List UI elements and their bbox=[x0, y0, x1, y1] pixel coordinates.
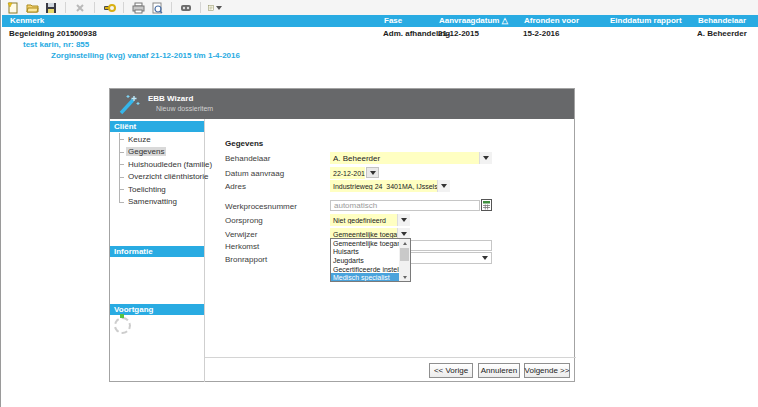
form-heading: Gegevens bbox=[225, 139, 263, 148]
toolbar-separator bbox=[65, 2, 66, 13]
toolbar-separator bbox=[123, 2, 124, 13]
chevron-down-icon bbox=[216, 6, 222, 10]
previous-button[interactable]: << Vorige bbox=[429, 363, 473, 378]
sidebar-item-huishoudleden[interactable]: Huishoudleden (familie) bbox=[110, 158, 204, 171]
chevron-down-icon[interactable] bbox=[397, 214, 410, 226]
wizard-subtitle: Nieuw dossieritem bbox=[156, 105, 213, 112]
label-herkomst: Herkomst bbox=[225, 242, 259, 251]
label-behandelaar: Behandelaar bbox=[225, 154, 270, 163]
scrollbar-thumb[interactable] bbox=[400, 248, 409, 261]
sidebar-item-overzicht-clienthistorie[interactable]: Overzicht cliënthistorie bbox=[110, 171, 204, 184]
toolbar-separator bbox=[94, 2, 95, 13]
scroll-up-icon[interactable] bbox=[399, 239, 410, 247]
dropdown-options: Gemeentelijke toegang Huisarts Jeugdarts… bbox=[331, 239, 399, 281]
sidebar-section-client: Cliënt bbox=[110, 121, 204, 132]
verwijzer-dropdown-list: Gemeentelijke toegang Huisarts Jeugdarts… bbox=[330, 238, 411, 282]
option-huisarts[interactable]: Huisarts bbox=[331, 248, 399, 257]
subrow-client[interactable]: test karin, nr: 855 bbox=[23, 40, 89, 49]
sidebar-section-informatie: Informatie bbox=[110, 246, 204, 257]
label-werkprocesnummer: Werkprocesnummer bbox=[225, 202, 297, 211]
application-window: Kenmerk Fase Aanvraagdatum △ Afronden vo… bbox=[0, 0, 758, 407]
wizard-title: EBB Wizard bbox=[148, 94, 193, 103]
datum-aanvraag-field[interactable]: 22-12-2015 bbox=[330, 167, 365, 179]
progress-spinner-icon bbox=[114, 317, 131, 334]
dropdown-scrollbar[interactable] bbox=[399, 239, 410, 281]
ebb-wizard-dialog: EBB Wizard Nieuw dossieritem Cliënt Keuz… bbox=[109, 88, 575, 382]
column-header-aanvraagdatum[interactable]: Aanvraagdatum △ bbox=[439, 16, 508, 25]
magic-wand-icon bbox=[117, 93, 141, 120]
chevron-down-icon[interactable] bbox=[478, 253, 491, 263]
sidebar-section-voortgang: Voortgang bbox=[110, 304, 204, 315]
label-verwijzer: Verwijzer bbox=[225, 230, 257, 239]
toolbar-separator bbox=[171, 2, 172, 13]
behandelaar-combobox[interactable]: A. Beheerder bbox=[330, 152, 492, 164]
cell-kenmerk: Begeleiding 201500938 bbox=[9, 29, 97, 38]
print-icon[interactable] bbox=[131, 1, 145, 14]
wizard-header: EBB Wizard Nieuw dossieritem bbox=[110, 89, 574, 119]
wizard-step-tree: Keuze Gegevens Huishoudleden (familie) O… bbox=[110, 133, 204, 208]
sidebar-item-samenvatting[interactable]: Samenvatting bbox=[110, 196, 204, 209]
sidebar-divider bbox=[204, 119, 205, 382]
footer-divider bbox=[205, 357, 576, 358]
save-icon[interactable] bbox=[44, 1, 58, 14]
cell-aanvraagdatum: 21-12-2015 bbox=[438, 29, 479, 38]
column-header-behandelaar[interactable]: Behandelaar bbox=[698, 16, 746, 25]
key-icon[interactable] bbox=[102, 1, 116, 14]
sidebar-item-gegevens[interactable]: Gegevens bbox=[110, 146, 204, 159]
grid-header: Kenmerk Fase Aanvraagdatum △ Afronden vo… bbox=[2, 15, 758, 27]
next-button[interactable]: Volgende >> bbox=[524, 363, 570, 378]
label-oorsprong: Oorsprong bbox=[225, 216, 263, 225]
label-adres: Adres bbox=[225, 182, 246, 191]
open-folder-icon[interactable] bbox=[25, 1, 39, 14]
column-header-einddatum-rapport[interactable]: Einddatum rapport bbox=[610, 16, 682, 25]
column-header-fase[interactable]: Fase bbox=[384, 16, 402, 25]
werkprocesnummer-input[interactable]: automatisch bbox=[330, 200, 480, 211]
option-gecertificeerde-instelling[interactable]: Gecertificeerde instelling bbox=[331, 265, 399, 274]
chevron-down-icon[interactable] bbox=[479, 152, 492, 164]
oorsprong-combobox[interactable]: Niet gedefinieerd bbox=[330, 214, 410, 226]
subrow-zorginstelling[interactable]: Zorginstelling (kvg) vanaf 21-12-2015 t/… bbox=[51, 51, 240, 60]
chevron-down-icon[interactable] bbox=[437, 180, 450, 192]
cell-behandelaar: A. Beheerder bbox=[697, 29, 747, 38]
progress-spinner-tick bbox=[120, 314, 124, 318]
calculator-icon[interactable] bbox=[480, 199, 492, 211]
option-gemeentelijke-toegang[interactable]: Gemeentelijke toegang bbox=[331, 239, 399, 248]
delete-icon[interactable] bbox=[73, 1, 87, 14]
sidebar-item-toelichting[interactable]: Toelichting bbox=[110, 183, 204, 196]
sort-ascending-icon: △ bbox=[502, 16, 508, 25]
column-header-kenmerk[interactable]: Kenmerk bbox=[10, 16, 44, 25]
sidebar-item-keuze[interactable]: Keuze bbox=[110, 133, 204, 146]
cancel-button[interactable]: Annuleren bbox=[478, 363, 520, 378]
notes-dropdown-icon[interactable] bbox=[208, 1, 222, 14]
column-header-afronden-voor[interactable]: Afronden voor bbox=[524, 16, 579, 25]
date-picker-button[interactable] bbox=[366, 167, 379, 178]
print-preview-icon[interactable] bbox=[150, 1, 164, 14]
new-item-icon[interactable] bbox=[6, 1, 20, 14]
scroll-down-icon[interactable] bbox=[399, 273, 410, 281]
label-bronrapport: Bronrapport bbox=[225, 255, 267, 264]
cell-afronden-voor: 15-2-2016 bbox=[523, 29, 559, 38]
option-medisch-specialist[interactable]: Medisch specialist bbox=[331, 273, 399, 281]
export-icon[interactable] bbox=[179, 1, 193, 14]
toolbar-separator bbox=[200, 2, 201, 13]
option-jeugdarts[interactable]: Jeugdarts bbox=[331, 256, 399, 265]
toolbar bbox=[2, 0, 758, 15]
label-datum-aanvraag: Datum aanvraag bbox=[225, 169, 284, 178]
adres-combobox[interactable]: Industrieweg 24 3401MA, IJsselstein bbox=[330, 180, 450, 192]
